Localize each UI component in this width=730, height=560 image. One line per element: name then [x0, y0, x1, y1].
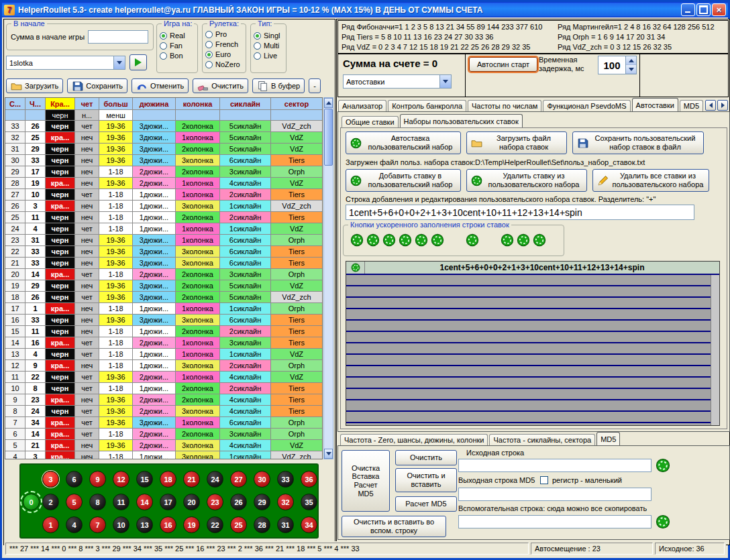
roulette-number-31[interactable]: 31: [277, 516, 294, 533]
title-bar[interactable]: 7 HelperRoullet 5.3- create helperroulle…: [2, 2, 728, 17]
radio-french[interactable]: French: [205, 40, 243, 49]
table-row[interactable]: 3326чернчет19-363дюжи...2колонка5сиклайн…: [5, 121, 322, 132]
tab-2[interactable]: Частоты по числам: [468, 100, 541, 111]
radio-euro[interactable]: Euro: [205, 50, 243, 59]
save-set-to-file-button[interactable]: Сохранить пользовательский набор ставок …: [572, 131, 704, 154]
chip-button[interactable]: [517, 233, 530, 247]
table-row[interactable]: 3129черннеч19-363дюжи...2колонка5сиклайн…: [5, 144, 322, 155]
autobet-combobox-dropdown-button[interactable]: [439, 75, 451, 88]
table-row[interactable]: 1929черннеч19-363дюжи...2колонка5сиклайн…: [5, 280, 322, 292]
spinner-up-button[interactable]: [626, 56, 636, 65]
tab-0[interactable]: Анализатор: [338, 100, 386, 111]
table-row[interactable]: 824чернчет19-362дюжи...3колонка4сиклайнT…: [5, 406, 322, 417]
bet-list-row[interactable]: [346, 355, 719, 366]
table-row[interactable]: 1416кра...чет1-182дюжи...1колонка3сиклай…: [5, 337, 322, 349]
clear-button[interactable]: Очистить: [193, 78, 248, 93]
radio-fan[interactable]: Fan: [160, 41, 195, 50]
load-button[interactable]: Загрузить: [6, 78, 63, 93]
table-row[interactable]: 108чернчет1-181дюжи...2колонка2сиклайнTi…: [5, 383, 322, 394]
scroll-down-button[interactable]: [324, 449, 333, 459]
autobet-combobox[interactable]: Автоставки: [343, 74, 452, 89]
table-row[interactable]: 2917черннеч1-182дюжи...2колонка3сиклайнO…: [5, 166, 322, 178]
minimize-button[interactable]: [681, 3, 695, 16]
bet-list-row[interactable]: [346, 378, 719, 389]
autobet-user-set-button[interactable]: Автоставка пользовательский набор: [346, 131, 461, 154]
table-row[interactable]: 2233черннеч19-363дюжи...3колонка6сиклайн…: [5, 246, 322, 258]
roulette-number-12[interactable]: 12: [113, 471, 129, 488]
bet-list-row[interactable]: [346, 286, 719, 298]
bet-list-row[interactable]: [346, 400, 719, 412]
roulette-number-34[interactable]: 34: [301, 516, 317, 533]
roulette-number-4[interactable]: 4: [66, 516, 83, 533]
delay-spinner[interactable]: 100: [598, 56, 637, 74]
roulette-number-24[interactable]: 24: [207, 471, 223, 488]
radio-multi[interactable]: Multi: [254, 41, 283, 50]
roulette-number-21[interactable]: 21: [183, 471, 200, 488]
table-row[interactable]: 134чернчет1-181дюжи...1колонка1сиклайнVd…: [5, 349, 322, 360]
scrollbar-thumb[interactable]: [324, 109, 333, 166]
md5-aux-chip-button[interactable]: [656, 514, 670, 529]
table-row[interactable]: 2133черннеч19-363дюжи...3колонка6сиклайн…: [5, 258, 322, 269]
slot-combobox[interactable]: 1slotka: [6, 56, 125, 70]
bet-list-row[interactable]: [346, 412, 719, 423]
roulette-number-25[interactable]: 25: [230, 516, 247, 533]
roulette-number-11[interactable]: 11: [113, 494, 129, 510]
bet-list-row[interactable]: [346, 366, 719, 378]
table-row[interactable]: 2331черннеч19-363дюжи...1колонка6сиклайн…: [5, 235, 322, 246]
delete-bet-button[interactable]: Удалить ставку из пользовательского набо…: [466, 169, 587, 192]
play-button[interactable]: [129, 54, 147, 70]
tab-1[interactable]: Наборы пользовательских ставок: [400, 114, 523, 127]
table-scrollbar[interactable]: [323, 97, 333, 459]
bet-string-input[interactable]: [346, 205, 694, 220]
table-row[interactable]: 1826чернчет19-363дюжи...2колонка5сиклайн…: [5, 292, 322, 303]
radio-pro[interactable]: Pro: [205, 30, 243, 39]
copy-buffer-button[interactable]: В буфер: [252, 78, 305, 93]
roulette-number-10[interactable]: 10: [113, 516, 129, 533]
roulette-number-15[interactable]: 15: [136, 471, 153, 488]
table-row[interactable]: 244чернчет1-181дюжи...1колонка1сиклайнVd…: [5, 223, 322, 235]
bet-list-row[interactable]: [346, 332, 719, 343]
tab-1[interactable]: Контроль банкролла: [388, 100, 466, 111]
table-row[interactable]: 614кра...чет1-182дюжи...2колонка3сиклайн…: [5, 429, 322, 440]
tab-5[interactable]: MD5: [680, 100, 703, 111]
table-row[interactable]: 2014кра...чет1-182дюжи...2колонка3сиклай…: [5, 269, 322, 280]
bet-list-row[interactable]: [346, 343, 719, 355]
scroll-up-button[interactable]: [324, 98, 333, 108]
roulette-number-3[interactable]: 3: [42, 471, 59, 488]
chip-button[interactable]: [350, 233, 364, 247]
roulette-number-36[interactable]: 36: [301, 471, 317, 488]
table-row[interactable]: 263кра...неч1-181дюжи...3колонка1сиклайн…: [5, 201, 322, 212]
chip-button[interactable]: [501, 233, 514, 247]
table-row[interactable]: 1633черннеч19-363дюжи...3колонка6сиклайн…: [5, 315, 322, 326]
roulette-number-17[interactable]: 17: [160, 494, 176, 510]
radio-singl[interactable]: Singl: [254, 31, 283, 40]
bet-set-list[interactable]: 1cent+5+6+0+0+2+1+3+10cent+10+11+12+13+1…: [346, 261, 720, 426]
md5-clear-button[interactable]: Очистить: [395, 450, 457, 465]
bet-list-scrollbar[interactable]: [711, 275, 719, 425]
save-button[interactable]: Сохранить: [67, 78, 127, 93]
tab-2[interactable]: MD5: [596, 432, 620, 445]
table-row[interactable]: 1122чернчет19-362дюжи...1колонка4сиклайн…: [5, 372, 322, 383]
chip-button[interactable]: [382, 233, 396, 247]
slot-combobox-dropdown-button[interactable]: [113, 56, 125, 69]
roulette-number-0[interactable]: 0: [23, 494, 40, 510]
roulette-number-27[interactable]: 27: [230, 471, 247, 488]
roulette-number-20[interactable]: 20: [183, 494, 200, 510]
table-row[interactable]: 3033черннеч19-363дюжи...3колонка6сиклайн…: [5, 155, 322, 166]
table-header-cell[interactable]: чет: [75, 98, 99, 109]
table-row[interactable]: 171кра...неч1-181дюжи...1колонка1сиклайн…: [5, 303, 322, 315]
radio-real[interactable]: Real: [160, 31, 195, 40]
tabs-scroll-right-button[interactable]: [717, 100, 728, 111]
bet-list-row[interactable]: [346, 309, 719, 321]
collapse-button[interactable]: -: [309, 78, 321, 93]
roulette-number-1[interactable]: 1: [42, 516, 59, 533]
chip-button[interactable]: [399, 233, 412, 247]
case-checkbox[interactable]: [540, 476, 548, 484]
tab-4[interactable]: Автоставки: [632, 98, 678, 111]
md5-source-chip-button[interactable]: [656, 458, 670, 473]
md5-source-input[interactable]: [458, 459, 651, 472]
table-header-cell[interactable]: колонка: [176, 98, 220, 109]
md5-calc-button[interactable]: Расчет MD5: [395, 496, 457, 512]
tab-0[interactable]: Частота - Zero, шансы, дюжины, колонки: [340, 434, 488, 445]
roulette-number-22[interactable]: 22: [207, 516, 223, 533]
